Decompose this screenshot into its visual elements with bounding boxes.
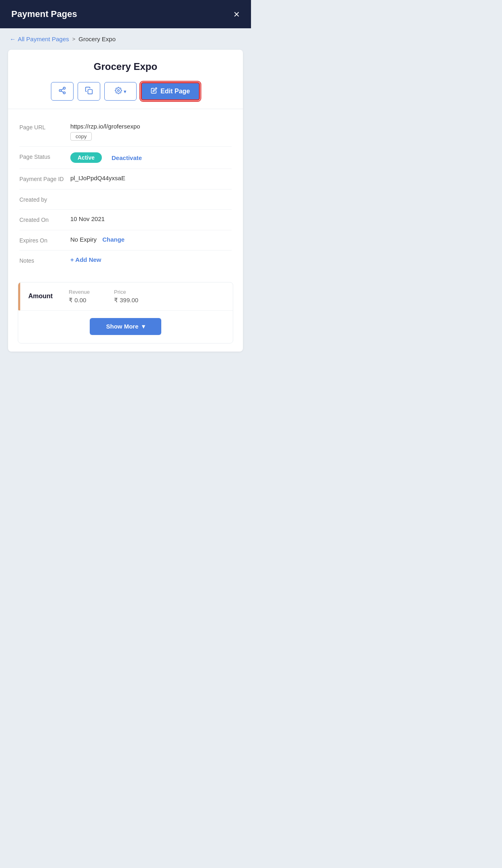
- edit-icon: [151, 87, 157, 95]
- edit-page-label: Edit Page: [160, 88, 190, 95]
- close-button[interactable]: ×: [234, 9, 240, 19]
- card-top: Grocery Expo: [8, 50, 243, 109]
- status-row: Active Deactivate: [70, 152, 232, 163]
- page-status-label: Page Status: [19, 152, 64, 161]
- breadcrumb: ← All Payment Pages > Grocery Expo: [0, 28, 251, 48]
- payment-page-id-value: pl_IJoPpdQ44yxsaE: [70, 175, 232, 181]
- chevron-down-icon: ▾: [124, 88, 127, 95]
- created-by-row: Created by: [19, 190, 232, 210]
- revenue-column: Revenue ₹ 0.00: [69, 289, 90, 304]
- show-more-chevron-icon: ▾: [142, 323, 145, 330]
- app-title: Payment Pages: [11, 9, 77, 19]
- notes-label: Notes: [19, 256, 64, 265]
- deactivate-button[interactable]: Deactivate: [112, 154, 142, 161]
- duplicate-button[interactable]: [78, 82, 100, 101]
- share-icon: [58, 86, 66, 97]
- change-expiry-button[interactable]: Change: [102, 236, 124, 243]
- show-more-label: Show More: [106, 323, 138, 330]
- copy-pages-icon: [85, 86, 93, 97]
- notes-row: Notes + Add New: [19, 251, 232, 271]
- show-more-wrap: Show More ▾: [18, 311, 233, 343]
- amount-columns: Revenue ₹ 0.00 Price ₹ 399.00: [69, 289, 225, 304]
- created-by-label: Created by: [19, 195, 64, 204]
- main-card: Grocery Expo: [8, 50, 243, 352]
- action-buttons: ▾ Edit Page: [18, 82, 233, 101]
- svg-line-3: [61, 91, 63, 92]
- page-url-label: Page URL: [19, 123, 64, 132]
- breadcrumb-back-link[interactable]: ← All Payment Pages: [10, 36, 69, 42]
- price-column: Price ₹ 399.00: [114, 289, 138, 304]
- amount-title: Amount: [28, 293, 69, 300]
- price-label: Price: [114, 289, 138, 295]
- share-button[interactable]: [51, 82, 74, 101]
- breadcrumb-current: Grocery Expo: [78, 36, 116, 42]
- page-url-value: https://rzp.io/l/grofersexpo copy: [70, 123, 232, 141]
- created-on-value: 10 Nov 2021: [70, 215, 232, 222]
- add-note-button[interactable]: + Add New: [70, 256, 101, 263]
- payment-page-id-label: Payment Page ID: [19, 175, 64, 183]
- app-header: Payment Pages ×: [0, 0, 251, 28]
- expires-on-value: No Expiry Change: [70, 236, 232, 243]
- expires-on-row: Expires On No Expiry Change: [19, 230, 232, 251]
- details-section: Page URL https://rzp.io/l/grofersexpo co…: [8, 109, 243, 279]
- created-on-label: Created On: [19, 215, 64, 224]
- settings-button[interactable]: ▾: [104, 82, 137, 101]
- edit-page-button[interactable]: Edit Page: [141, 82, 200, 101]
- amount-header-content: Amount Revenue ₹ 0.00 Price ₹ 399.00: [20, 282, 233, 310]
- page-status-row: Page Status Active Deactivate: [19, 147, 232, 169]
- amount-section: Amount Revenue ₹ 0.00 Price ₹ 399.00 Sho…: [18, 282, 233, 343]
- revenue-label: Revenue: [69, 289, 90, 295]
- payment-page-id-row: Payment Page ID pl_IJoPpdQ44yxsaE: [19, 169, 232, 190]
- breadcrumb-separator: >: [72, 36, 76, 42]
- back-arrow-icon: ←: [10, 36, 16, 42]
- page-url-row: Page URL https://rzp.io/l/grofersexpo co…: [19, 117, 232, 147]
- expires-on-label: Expires On: [19, 236, 64, 245]
- amount-header: Amount Revenue ₹ 0.00 Price ₹ 399.00: [18, 282, 233, 311]
- svg-line-4: [61, 88, 63, 90]
- gear-icon: [115, 87, 122, 96]
- svg-rect-5: [88, 89, 93, 94]
- page-status-value: Active Deactivate: [70, 152, 232, 163]
- page-title: Grocery Expo: [18, 61, 233, 72]
- revenue-value: ₹ 0.00: [69, 297, 90, 304]
- price-value: ₹ 399.00: [114, 297, 138, 304]
- created-on-row: Created On 10 Nov 2021: [19, 210, 232, 230]
- active-badge: Active: [70, 152, 102, 163]
- show-more-button[interactable]: Show More ▾: [90, 318, 161, 335]
- copy-url-button[interactable]: copy: [70, 132, 92, 141]
- svg-point-6: [117, 90, 119, 92]
